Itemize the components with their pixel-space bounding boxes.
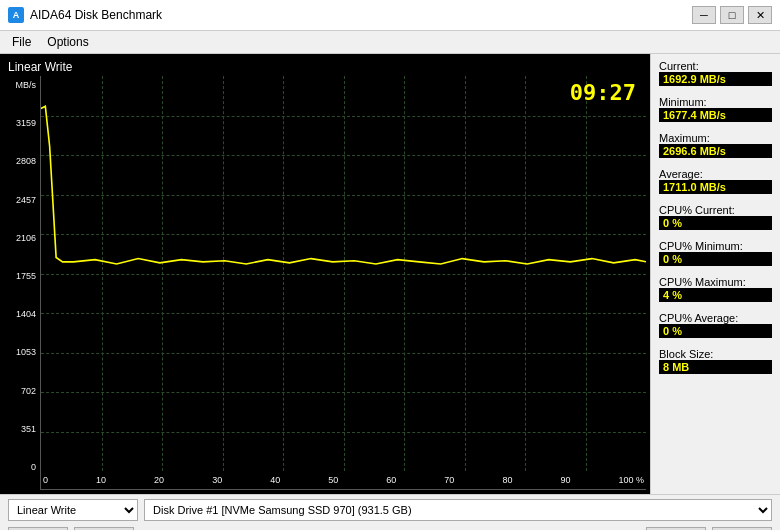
window-title: AIDA64 Disk Benchmark <box>30 8 162 22</box>
app-icon: A <box>8 7 24 23</box>
maximize-button[interactable]: □ <box>720 6 744 24</box>
chart-title: Linear Write <box>4 58 646 76</box>
x-label-70: 70 <box>444 475 454 485</box>
y-label-2808: 2808 <box>16 156 36 166</box>
current-label: Current: <box>659 60 772 72</box>
x-label-40: 40 <box>270 475 280 485</box>
x-label-0: 0 <box>43 475 48 485</box>
cpu-maximum-value: 4 % <box>659 288 772 302</box>
controls-row-1: Linear Write Linear Read Random Write Ra… <box>0 495 780 525</box>
average-value: 1711.0 MB/s <box>659 180 772 194</box>
y-label-0: 0 <box>31 462 36 472</box>
cpu-current-value: 0 % <box>659 216 772 230</box>
stat-average: Average: 1711.0 MB/s <box>659 168 772 198</box>
cpu-minimum-label: CPU% Minimum: <box>659 240 772 252</box>
controls-row-2: Start Stop Save Clear <box>0 525 780 530</box>
y-label-2457: 2457 <box>16 195 36 205</box>
menu-options[interactable]: Options <box>39 33 96 51</box>
x-label-50: 50 <box>328 475 338 485</box>
y-label-1404: 1404 <box>16 309 36 319</box>
grid-v-3 <box>223 76 224 471</box>
stat-maximum: Maximum: 2696.6 MB/s <box>659 132 772 162</box>
cpu-maximum-label: CPU% Maximum: <box>659 276 772 288</box>
x-label-60: 60 <box>386 475 396 485</box>
cpu-average-value: 0 % <box>659 324 772 338</box>
stat-minimum: Minimum: 1677.4 MB/s <box>659 96 772 126</box>
stat-cpu-average: CPU% Average: 0 % <box>659 312 772 342</box>
y-label-1053: 1053 <box>16 347 36 357</box>
y-label-unit: MB/s <box>15 80 36 90</box>
x-label-20: 20 <box>154 475 164 485</box>
grid-v-4 <box>283 76 284 471</box>
y-axis: MB/s 3159 2808 2457 2106 1755 1404 1053 … <box>4 76 40 490</box>
block-size-value: 8 MB <box>659 360 772 374</box>
stat-cpu-current: CPU% Current: 0 % <box>659 204 772 234</box>
stat-block-size: Block Size: 8 MB <box>659 348 772 378</box>
maximum-value: 2696.6 MB/s <box>659 144 772 158</box>
minimum-value: 1677.4 MB/s <box>659 108 772 122</box>
cpu-minimum-value: 0 % <box>659 252 772 266</box>
menu-file[interactable]: File <box>4 33 39 51</box>
chart-area: Linear Write MB/s 3159 2808 2457 2106 17… <box>0 54 650 494</box>
bottom-bar: Linear Write Linear Read Random Write Ra… <box>0 494 780 530</box>
grid-v-8 <box>525 76 526 471</box>
grid-v-1 <box>102 76 103 471</box>
time-display: 09:27 <box>570 80 636 105</box>
y-label-3159: 3159 <box>16 118 36 128</box>
block-size-label: Block Size: <box>659 348 772 360</box>
x-label-90: 90 <box>560 475 570 485</box>
x-label-30: 30 <box>212 475 222 485</box>
x-label-100: 100 % <box>618 475 644 485</box>
y-label-1755: 1755 <box>16 271 36 281</box>
grid-lines <box>41 76 646 471</box>
stat-cpu-minimum: CPU% Minimum: 0 % <box>659 240 772 270</box>
y-label-702: 702 <box>21 386 36 396</box>
cpu-current-label: CPU% Current: <box>659 204 772 216</box>
grid-v-9 <box>586 76 587 471</box>
grid-v-5 <box>344 76 345 471</box>
stat-cpu-maximum: CPU% Maximum: 4 % <box>659 276 772 306</box>
title-bar-left: A AIDA64 Disk Benchmark <box>8 7 162 23</box>
grid-v-2 <box>162 76 163 471</box>
y-label-351: 351 <box>21 424 36 434</box>
mode-select[interactable]: Linear Write Linear Read Random Write Ra… <box>8 499 138 521</box>
x-label-10: 10 <box>96 475 106 485</box>
title-bar-controls: ─ □ ✕ <box>692 6 772 24</box>
maximum-label: Maximum: <box>659 132 772 144</box>
y-label-2106: 2106 <box>16 233 36 243</box>
grid-v-7 <box>465 76 466 471</box>
close-button[interactable]: ✕ <box>748 6 772 24</box>
stat-current: Current: 1692.9 MB/s <box>659 60 772 90</box>
cpu-average-label: CPU% Average: <box>659 312 772 324</box>
chart-container: MB/s 3159 2808 2457 2106 1755 1404 1053 … <box>4 76 646 490</box>
x-axis: 0 10 20 30 40 50 60 70 80 90 100 % <box>41 471 646 489</box>
minimize-button[interactable]: ─ <box>692 6 716 24</box>
grid-v-6 <box>404 76 405 471</box>
average-label: Average: <box>659 168 772 180</box>
drive-select[interactable]: Disk Drive #1 [NVMe Samsung SSD 970] (93… <box>144 499 772 521</box>
chart-inner: 09:27 0 10 20 30 40 50 60 70 80 90 100 % <box>40 76 646 490</box>
main-area: Linear Write MB/s 3159 2808 2457 2106 17… <box>0 54 780 494</box>
menu-bar: File Options <box>0 31 780 54</box>
minimum-label: Minimum: <box>659 96 772 108</box>
sidebar: Current: 1692.9 MB/s Minimum: 1677.4 MB/… <box>650 54 780 494</box>
current-value: 1692.9 MB/s <box>659 72 772 86</box>
title-bar: A AIDA64 Disk Benchmark ─ □ ✕ <box>0 0 780 31</box>
x-label-80: 80 <box>502 475 512 485</box>
